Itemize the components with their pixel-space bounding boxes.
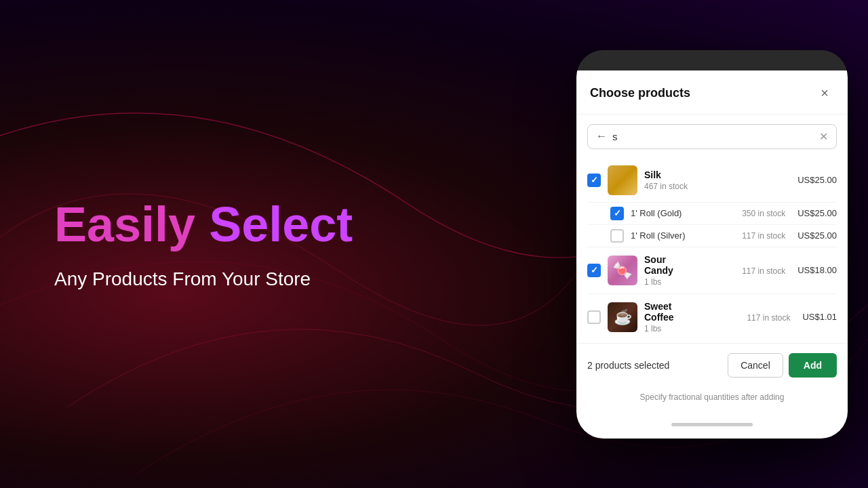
silk-checkbox[interactable] bbox=[587, 174, 601, 187]
selected-count: 2 products selected bbox=[587, 360, 669, 371]
left-content: Easily Select Any Products From Your Sto… bbox=[0, 157, 556, 330]
sour-candy-extra-stock: 117 in stock bbox=[742, 266, 785, 276]
silk-name: Silk bbox=[644, 169, 791, 180]
gold-roll-stock: 350 in stock bbox=[742, 209, 785, 218]
list-item: ☕ Sweet Coffee 1 lbs 117 in stock US$1.0… bbox=[587, 294, 837, 340]
subheadline: Any Products From Your Store bbox=[54, 268, 515, 290]
sour-candy-price: US$18.00 bbox=[797, 265, 837, 275]
search-bar[interactable]: ← ✕ bbox=[587, 124, 837, 149]
sour-candy-stock: 1 lbs bbox=[644, 277, 686, 287]
list-item: 1' Roll (Silver) 117 in stock US$25.00 bbox=[587, 225, 837, 247]
list-item: 1' Roll (Gold) 350 in stock US$25.00 bbox=[587, 203, 837, 225]
sweet-coffee-stock: 1 lbs bbox=[644, 324, 689, 333]
back-icon[interactable]: ← bbox=[596, 130, 607, 142]
sweet-coffee-name: Sweet Coffee bbox=[644, 301, 689, 323]
sour-candy-checkbox[interactable] bbox=[587, 264, 601, 277]
silver-roll-price: US$25.00 bbox=[797, 230, 837, 241]
add-button[interactable]: Add bbox=[789, 353, 837, 378]
headline-word1: Easily bbox=[54, 197, 195, 251]
silver-roll-stock: 117 in stock bbox=[742, 231, 785, 241]
list-item: 🍬 Sour Candy 1 lbs 117 in stock US$18.00 bbox=[587, 247, 837, 294]
gold-roll-name: 1' Roll (Gold) bbox=[631, 208, 735, 218]
modal-header: Choose products × bbox=[576, 70, 848, 115]
silver-roll-info: 1' Roll (Silver) bbox=[631, 230, 735, 241]
sweet-coffee-checkbox[interactable] bbox=[587, 310, 601, 324]
sweet-coffee-info: Sweet Coffee 1 lbs bbox=[644, 301, 689, 333]
close-button[interactable]: × bbox=[815, 84, 834, 103]
search-clear-icon[interactable]: ✕ bbox=[819, 130, 828, 143]
gold-roll-info: 1' Roll (Gold) bbox=[631, 208, 735, 218]
sour-candy-name: Sour Candy bbox=[644, 254, 686, 276]
sour-candy-info: Sour Candy 1 lbs bbox=[644, 254, 686, 287]
sweet-coffee-image: ☕ bbox=[608, 302, 637, 332]
sweet-coffee-extra-stock: 117 in stock bbox=[747, 313, 790, 323]
silver-roll-name: 1' Roll (Silver) bbox=[631, 230, 735, 241]
headline-word2: Select bbox=[209, 197, 353, 251]
silk-image bbox=[608, 165, 637, 195]
modal-title: Choose products bbox=[590, 86, 690, 100]
silk-price: US$25.00 bbox=[797, 175, 837, 185]
gold-roll-checkbox[interactable] bbox=[610, 207, 624, 220]
cancel-button[interactable]: Cancel bbox=[728, 353, 783, 378]
silver-roll-checkbox[interactable] bbox=[610, 229, 624, 243]
right-content: Choose products × ← ✕ Silk 467 in stock bbox=[556, 50, 868, 439]
home-indicator bbox=[671, 423, 753, 426]
footer-note: Specify fractional quantities after addi… bbox=[576, 387, 848, 411]
gold-roll-price: US$25.00 bbox=[797, 208, 837, 218]
search-input[interactable] bbox=[612, 131, 814, 142]
modal: Choose products × ← ✕ Silk 467 in stock bbox=[576, 70, 848, 411]
headline: Easily Select bbox=[54, 198, 515, 251]
phone-bottom-bar bbox=[576, 411, 848, 439]
modal-footer: 2 products selected Cancel Add bbox=[576, 343, 848, 387]
phone-frame: Choose products × ← ✕ Silk 467 in stock bbox=[576, 50, 848, 439]
sweet-coffee-price: US$1.01 bbox=[802, 312, 837, 322]
silk-stock: 467 in stock bbox=[644, 182, 791, 191]
sour-candy-image: 🍬 bbox=[608, 256, 637, 285]
silk-info: Silk 467 in stock bbox=[644, 169, 791, 191]
footer-actions: Cancel Add bbox=[728, 353, 837, 378]
phone-top-bar bbox=[576, 50, 848, 70]
product-list: Silk 467 in stock US$25.00 1' Roll (Gold… bbox=[576, 159, 848, 340]
list-item: Silk 467 in stock US$25.00 bbox=[587, 159, 837, 203]
